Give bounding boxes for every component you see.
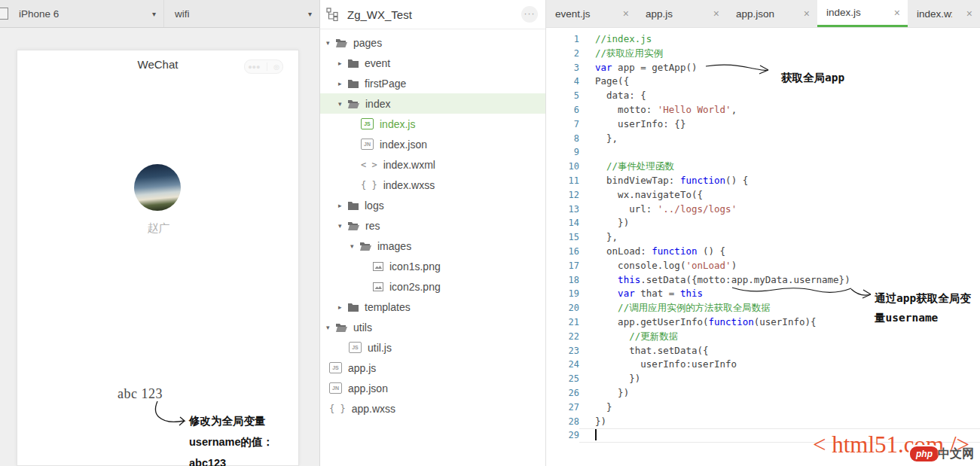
tab-index-wxml[interactable]: index.wxml× [908, 0, 980, 27]
code-line-27: 27 } [546, 401, 980, 415]
file-label: res [365, 220, 380, 232]
tree-item-util-js[interactable]: JSutil.js [320, 337, 545, 358]
simulator-body: WeChat ●●● ◎ 赵广 abc 123 修改为全局变量 username… [0, 28, 319, 466]
chevron-right-icon[interactable]: ▸ [338, 59, 348, 67]
annotation-line: abc123 [189, 452, 273, 466]
chevron-right-icon[interactable]: ▸ [338, 202, 348, 209]
tree-item-images[interactable]: ▾images [320, 236, 545, 256]
tree-item-logs[interactable]: ▸logs [320, 195, 545, 215]
chevron-down-icon[interactable]: ▾ [338, 100, 348, 108]
file-label: templates [365, 301, 411, 313]
file-label: index.js [380, 118, 415, 130]
line-number: 19 [546, 287, 579, 301]
network-select[interactable]: wifi ▾ [163, 0, 319, 27]
chevron-down-icon[interactable]: ▾ [326, 39, 336, 47]
simulator-annotation: 修改为全局变量 username的值： abc123 [189, 410, 273, 466]
device-select[interactable]: iPhone 6 ▾ [8, 0, 163, 27]
line-content: } [579, 401, 980, 415]
tree-item-index-json[interactable]: JNindex.json [320, 134, 545, 154]
line-content: bindViewTap: function() { [579, 174, 980, 188]
tree-item-index[interactable]: ▾index [320, 93, 545, 114]
js-file-icon: JS [361, 118, 374, 129]
file-label: pages [353, 37, 382, 49]
line-number: 18 [546, 273, 579, 288]
device-select-value: iPhone 6 [19, 8, 59, 20]
tree-item-app-js[interactable]: JSapp.js [320, 358, 545, 378]
line-number: 7 [546, 117, 579, 132]
annotation-line: 量username [875, 308, 980, 327]
tree-item-templates[interactable]: ▸templates [320, 297, 545, 317]
line-number: 1 [546, 32, 579, 47]
tree-item-app-json[interactable]: JNapp.json [320, 378, 545, 398]
code-line-22: 22 //更新数据 [546, 330, 980, 344]
code-line-25: 25 }) [546, 372, 980, 386]
close-tab-icon[interactable]: × [713, 8, 719, 20]
tab-index-js[interactable]: index.js× [817, 0, 908, 27]
chevron-down-icon[interactable]: ▾ [326, 324, 336, 331]
explorer-header: Zg_WX_Test ··· [320, 0, 545, 29]
close-tab-icon[interactable]: × [623, 8, 629, 20]
tab-event-js[interactable]: event.js× [546, 0, 637, 27]
tree-item-res[interactable]: ▾res [320, 215, 545, 236]
more-options-button[interactable]: ··· [521, 6, 538, 23]
tree-item-index-wxss[interactable]: { }index.wxss [320, 175, 545, 195]
line-content: motto: 'Hello World', [579, 103, 980, 117]
tree-item-index-wxml[interactable]: < >index.wxml [320, 154, 545, 175]
code-line-4: 4Page({ [546, 75, 980, 89]
line-number: 29 [546, 428, 579, 443]
file-label: index [365, 98, 390, 110]
project-tree-icon [326, 8, 340, 21]
image-file-icon [373, 262, 383, 271]
wxss-file-icon: { } [361, 180, 377, 190]
chevron-down-icon[interactable]: ▾ [338, 222, 348, 230]
line-number: 17 [546, 259, 579, 273]
line-number: 22 [546, 330, 579, 344]
tab-app-js[interactable]: app.js× [637, 0, 727, 27]
chevron-right-icon[interactable]: ▸ [338, 80, 348, 87]
line-content [579, 145, 980, 160]
line-number: 15 [546, 230, 579, 245]
line-content: //index.js [579, 32, 980, 47]
tree-item-event[interactable]: ▸event [320, 53, 545, 73]
code-annotation-getapp: 获取全局app [781, 68, 844, 87]
line-content: data: { [579, 89, 980, 103]
tree-item-pages[interactable]: ▾pages [320, 32, 545, 53]
tree-item-app-wxss[interactable]: { }app.wxss [320, 398, 545, 419]
tree-item-utils[interactable]: ▾utils [320, 317, 545, 337]
folder-icon [348, 201, 359, 210]
close-tab-icon[interactable]: × [804, 8, 810, 20]
code-line-16: 16 onLoad: function () { [546, 245, 980, 259]
close-tab-icon[interactable]: × [894, 7, 900, 19]
code-line-13: 13 url: '../logs/logs' [546, 203, 980, 217]
line-content: this.setData({motto:app.myData.username}… [579, 273, 980, 288]
tree-item-firstPage[interactable]: ▸firstPage [320, 73, 545, 93]
motto-text: abc 123 [118, 386, 163, 402]
line-number: 16 [546, 245, 579, 259]
chevron-down-icon[interactable]: ▾ [350, 242, 360, 250]
code-line-5: 5 data: { [546, 89, 980, 103]
close-tab-icon[interactable]: × [966, 8, 972, 20]
tree-item-icon1s-png[interactable]: icon1s.png [320, 256, 545, 276]
line-number: 26 [546, 386, 579, 401]
avatar[interactable] [134, 164, 181, 211]
wxss-file-icon: { } [329, 404, 346, 414]
js-file-icon: JS [349, 342, 362, 353]
code-line-6: 6 motto: 'Hello World', [546, 103, 980, 117]
tree-item-icon2s-png[interactable]: icon2s.png [320, 276, 545, 297]
line-number: 8 [546, 132, 579, 146]
tab-app-json[interactable]: app.json× [727, 0, 817, 27]
file-label: logs [365, 199, 384, 212]
miniprogram-menu-capsule[interactable]: ●●● ◎ [244, 59, 283, 74]
panel-toggle-icon[interactable] [0, 8, 8, 20]
file-label: app.json [348, 382, 388, 394]
line-content: url: '../logs/logs' [579, 203, 980, 217]
code-line-8: 8 }, [546, 132, 980, 146]
code-editor[interactable]: 1//index.js2//获取应用实例3var app = getApp()4… [546, 28, 980, 466]
line-number: 14 [546, 216, 579, 230]
line-content: userInfo: {} [579, 117, 980, 132]
chevron-right-icon[interactable]: ▸ [338, 303, 348, 311]
code-line-23: 23 that.setData({ [546, 344, 980, 358]
file-label: images [377, 240, 411, 252]
file-label: util.js [368, 342, 392, 354]
tree-item-index-js[interactable]: JSindex.js [320, 114, 545, 134]
